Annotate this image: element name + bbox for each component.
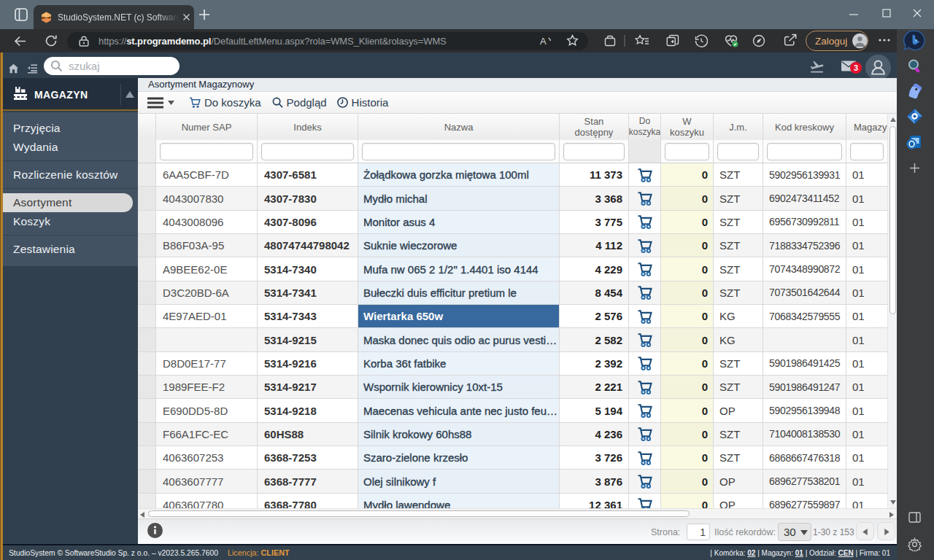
svg-text:A: A (540, 36, 547, 47)
